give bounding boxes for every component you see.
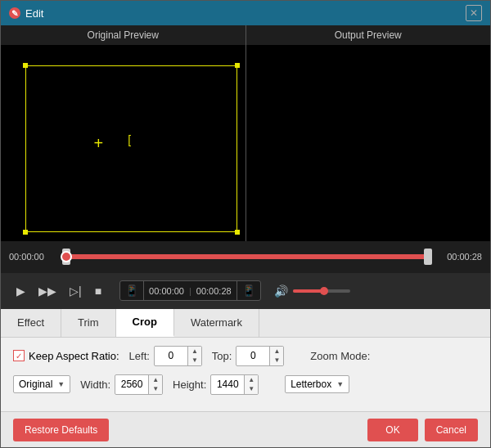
zoom-mode-dropdown[interactable]: Letterbox ▼ xyxy=(285,375,349,393)
fast-forward-button[interactable]: ▶▶ xyxy=(35,281,60,301)
volume-slider[interactable] xyxy=(293,289,350,293)
play-button[interactable]: ▶ xyxy=(13,281,29,301)
zoom-mode-label: Zoom Mode: xyxy=(310,350,370,362)
volume-thumb[interactable] xyxy=(320,287,328,295)
height-spinbox[interactable]: 1440 ▲ ▼ xyxy=(210,374,259,395)
cancel-button[interactable]: Cancel xyxy=(425,419,478,441)
time-total: 00:00:28 xyxy=(191,283,236,299)
dialog-icon: ✎ xyxy=(9,7,20,19)
zoom-mode-dropdown-arrow: ▼ xyxy=(336,380,344,388)
left-spinbox[interactable]: 0 ▲ ▼ xyxy=(154,346,202,366)
title-bar: ✎ Edit ✕ xyxy=(1,1,490,25)
tab-watermark[interactable]: Watermark xyxy=(174,309,259,337)
left-arrows: ▲ ▼ xyxy=(187,347,201,365)
width-value: 2560 xyxy=(115,376,148,392)
top-up-arrow[interactable]: ▲ xyxy=(270,347,283,356)
controls-row: ▶ ▶▶ ▷| ■ 📱 00:00:00 | 00:00:28 📱 🔊 xyxy=(1,273,490,309)
preview-row: Original Preview + [ Output Preview xyxy=(1,25,490,241)
tab-crop[interactable]: Crop xyxy=(116,309,174,337)
timeline-right-handle[interactable] xyxy=(424,249,432,265)
edit-dialog: ✎ Edit ✕ Original Preview + [ xyxy=(0,0,491,448)
crop-handle-tr[interactable] xyxy=(235,63,240,68)
height-value: 1440 xyxy=(211,376,244,392)
phone-right-icon: 📱 xyxy=(236,281,260,300)
width-spinbox[interactable]: 2560 ▲ ▼ xyxy=(115,374,163,395)
phone-left-icon: 📱 xyxy=(120,281,144,300)
close-button[interactable]: ✕ xyxy=(466,5,482,21)
volume-icon: 🔊 xyxy=(274,284,288,298)
restore-defaults-button[interactable]: Restore Defaults xyxy=(13,419,109,441)
left-up-arrow[interactable]: ▲ xyxy=(188,347,201,356)
left-value: 0 xyxy=(155,347,187,364)
crop-line-left xyxy=(25,65,26,232)
timeline-fill xyxy=(65,254,426,259)
output-preview-area xyxy=(246,45,491,241)
bottom-row: Restore Defaults OK Cancel xyxy=(1,411,490,447)
height-arrows: ▲ ▼ xyxy=(244,375,258,394)
left-field-group: Left: 0 ▲ ▼ xyxy=(129,346,202,366)
crop-settings-panel: ✓ Keep Aspect Ratio: Left: 0 ▲ ▼ Top: 0 xyxy=(1,338,490,411)
top-down-arrow[interactable]: ▼ xyxy=(270,356,283,365)
bracket-icon: [ xyxy=(128,133,131,146)
volume-section: 🔊 xyxy=(274,284,350,298)
timeline-bar: 00:00:00 00:00:28 xyxy=(1,241,490,273)
crop-line-top xyxy=(25,65,237,66)
crop-line-right xyxy=(236,65,237,232)
confirm-buttons: OK Cancel xyxy=(367,419,478,441)
top-value: 0 xyxy=(236,347,269,364)
original-preview-area: + [ xyxy=(1,45,246,241)
crop-row-2: Original ▼ Width: 2560 ▲ ▼ Height: 1440 xyxy=(13,374,478,395)
timeline-end: 00:00:28 xyxy=(433,252,482,262)
keep-aspect-ratio-checkbox[interactable]: ✓ xyxy=(13,350,25,361)
height-down-arrow[interactable]: ▼ xyxy=(245,384,258,394)
time-display: 📱 00:00:00 | 00:00:28 📱 xyxy=(119,280,261,301)
timeline-thumb[interactable] xyxy=(61,251,72,262)
left-label: Left: xyxy=(129,350,150,362)
original-preview-label: Original Preview xyxy=(1,25,246,45)
left-down-arrow[interactable]: ▼ xyxy=(188,356,201,365)
width-field-group: Width: 2560 ▲ ▼ xyxy=(80,374,163,395)
original-preview-pane: Original Preview + [ xyxy=(1,25,246,241)
timeline-start: 00:00:00 xyxy=(9,252,58,262)
dialog-title: Edit xyxy=(25,7,43,20)
width-label: Width: xyxy=(80,379,110,391)
crop-handle-bl[interactable] xyxy=(23,230,28,235)
output-preview-label: Output Preview xyxy=(246,25,491,45)
stop-button[interactable]: ■ xyxy=(92,281,105,301)
output-preview-pane: Output Preview xyxy=(246,25,491,241)
crop-line-bottom xyxy=(25,231,237,232)
keep-aspect-ratio-label[interactable]: ✓ Keep Aspect Ratio: xyxy=(13,350,119,362)
tabs-row: Effect Trim Crop Watermark xyxy=(1,309,490,338)
crosshair-icon: + xyxy=(94,134,104,153)
title-bar-left: ✎ Edit xyxy=(9,7,43,20)
top-arrows: ▲ ▼ xyxy=(269,347,283,365)
width-arrows: ▲ ▼ xyxy=(148,375,162,394)
step-button[interactable]: ▷| xyxy=(66,281,85,301)
timeline-slider[interactable] xyxy=(65,254,426,259)
checkbox-check-icon: ✓ xyxy=(16,352,22,361)
aspect-ratio-dropdown[interactable]: Original ▼ xyxy=(13,375,70,393)
top-label: Top: xyxy=(212,350,232,362)
top-field-group: Top: 0 ▲ ▼ xyxy=(212,346,285,366)
top-spinbox[interactable]: 0 ▲ ▼ xyxy=(236,346,284,366)
time-current: 00:00:00 xyxy=(144,283,189,299)
tab-trim[interactable]: Trim xyxy=(61,309,116,337)
width-down-arrow[interactable]: ▼ xyxy=(149,384,162,394)
aspect-ratio-dropdown-arrow: ▼ xyxy=(57,380,65,388)
height-field-group: Height: 1440 ▲ ▼ xyxy=(173,374,259,395)
crop-handle-tl[interactable] xyxy=(23,63,28,68)
ok-button[interactable]: OK xyxy=(367,419,417,441)
tab-effect[interactable]: Effect xyxy=(1,309,61,337)
height-label: Height: xyxy=(173,379,206,391)
width-up-arrow[interactable]: ▲ xyxy=(149,375,162,385)
crop-row-1: ✓ Keep Aspect Ratio: Left: 0 ▲ ▼ Top: 0 xyxy=(13,346,478,366)
height-up-arrow[interactable]: ▲ xyxy=(245,375,258,385)
crop-handle-br[interactable] xyxy=(235,230,240,235)
